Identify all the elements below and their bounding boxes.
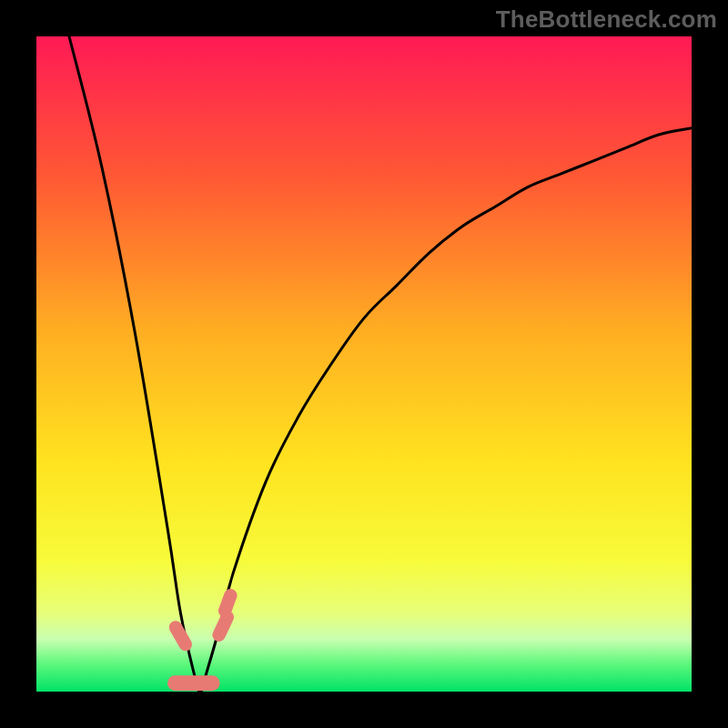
bottleneck-curve xyxy=(36,36,692,692)
highlight-marker xyxy=(217,587,239,619)
curve-path xyxy=(69,36,692,692)
watermark-text: TheBottleneck.com xyxy=(496,5,717,34)
highlight-marker xyxy=(167,675,220,691)
highlight-marker xyxy=(167,619,194,653)
chart-frame: TheBottleneck.com xyxy=(0,0,728,728)
plot-area xyxy=(36,36,692,692)
